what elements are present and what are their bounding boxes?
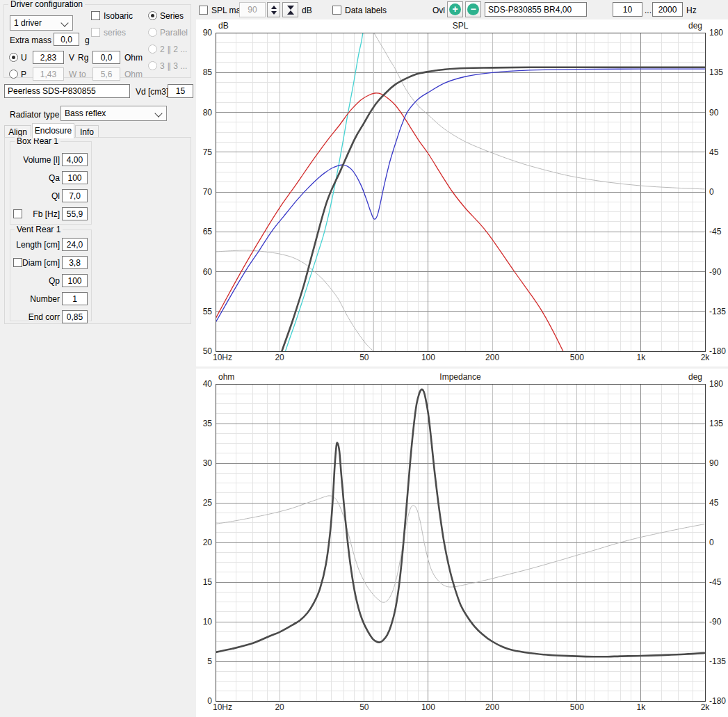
driver-count-select[interactable]: 1 driver <box>10 15 73 31</box>
hz-unit-label: Hz <box>686 6 697 15</box>
vent-number-input[interactable] <box>62 292 88 305</box>
spl-max-input[interactable] <box>239 2 266 17</box>
voltage-mode-radio[interactable] <box>9 53 18 62</box>
rg-unit-label: Ohm <box>124 53 143 63</box>
voltage-input[interactable] <box>33 51 64 64</box>
chevron-down-icon <box>154 109 162 117</box>
voltage-mode-label: U <box>21 53 27 63</box>
isobaric-checkbox[interactable] <box>91 11 100 20</box>
qp-input[interactable] <box>62 274 88 287</box>
driver-count-value: 1 driver <box>14 18 42 28</box>
extra-mass-unit: g <box>85 35 90 45</box>
three-parallel-three-label: 3 ∥ 3 ... <box>160 61 187 71</box>
parallel-radio[interactable] <box>148 28 157 37</box>
qp-label: Qp <box>10 276 60 286</box>
end-corr-label: End corr <box>10 312 60 322</box>
vent-diam-label: Diam [cm] <box>10 258 60 268</box>
parallel-radio-label: Parallel <box>160 28 188 38</box>
two-parallel-two-radio[interactable] <box>148 45 157 54</box>
overlay-name-input[interactable] <box>485 2 587 17</box>
rg-input[interactable] <box>92 51 120 64</box>
spinner-down-icon[interactable] <box>271 11 277 15</box>
vent-rear-title: Vent Rear 1 <box>15 225 63 234</box>
power-mode-label: P <box>21 70 26 79</box>
qa-label: Qa <box>10 173 60 183</box>
spl-max-spinner[interactable] <box>267 2 280 17</box>
ql-label: Ql <box>10 191 60 201</box>
overlay-remove-button[interactable]: − <box>465 1 481 17</box>
vd-input[interactable] <box>168 84 193 98</box>
volume-input[interactable] <box>62 153 88 166</box>
minus-icon: − <box>467 3 479 15</box>
series-checkbox[interactable] <box>91 28 100 37</box>
chevron-down-icon <box>60 19 68 26</box>
two-parallel-two-label: 2 ∥ 2 ... <box>160 45 187 54</box>
volume-label: Volume [l] <box>10 155 60 165</box>
series-checkbox-label: series <box>104 28 126 38</box>
box-rear-group: Box Rear 1 Volume [l] Qa Ql Fb [Hz] <box>10 141 92 225</box>
data-labels-label: Data labels <box>345 6 387 15</box>
vent-rear-group: Vent Rear 1 Length [cm] Diam [cm] Qp Num… <box>10 229 92 321</box>
radiator-type-label: Radiator type <box>10 110 59 120</box>
impedance-chart-panel <box>196 369 728 717</box>
radiator-type-select[interactable]: Bass reflex <box>60 106 167 121</box>
vent-length-input[interactable] <box>62 238 88 251</box>
radiator-type-value: Bass reflex <box>65 108 106 118</box>
ql-input[interactable] <box>62 189 88 202</box>
extra-mass-label: Extra mass <box>10 35 51 45</box>
driver-configuration-group: Driver configuration 1 driver Isobaric S… <box>3 4 191 78</box>
volt-unit-label: V <box>69 53 74 63</box>
fb-label: Fb [Hz] <box>10 209 60 219</box>
end-corr-input[interactable] <box>62 310 88 323</box>
tab-enclosure[interactable]: Enclosure <box>32 123 74 138</box>
vd-label: Vd [cm3] <box>136 87 168 97</box>
series-radio[interactable] <box>148 11 157 20</box>
db-unit-label: dB <box>302 6 312 15</box>
w-to-label: W to <box>69 70 86 79</box>
fit-scale-button[interactable] <box>282 2 298 17</box>
driver-configuration-title: Driver configuration <box>8 0 85 9</box>
power-ohm-unit: Ohm <box>124 70 143 79</box>
plus-icon: + <box>449 3 461 15</box>
overlay-label: Ovl <box>432 6 445 15</box>
vent-number-label: Number <box>10 294 60 304</box>
spl-max-checkbox[interactable] <box>199 6 208 15</box>
freq-from-input[interactable] <box>613 2 642 17</box>
power-mode-radio[interactable] <box>9 70 18 79</box>
data-labels-checkbox[interactable] <box>332 6 341 15</box>
spl-chart-panel <box>196 19 728 366</box>
vent-length-label: Length [cm] <box>10 240 60 250</box>
vent-diam-input[interactable] <box>62 256 88 269</box>
fb-input[interactable] <box>62 207 88 220</box>
extra-mass-input[interactable] <box>54 33 79 46</box>
tab-info[interactable]: Info <box>75 125 99 138</box>
isobaric-label: Isobaric <box>104 11 133 21</box>
three-parallel-three-radio[interactable] <box>148 61 157 70</box>
power-input[interactable] <box>33 67 64 81</box>
freq-to-input[interactable] <box>652 2 683 17</box>
qa-input[interactable] <box>62 171 88 184</box>
rg-label: Rg <box>78 53 88 63</box>
overlay-add-button[interactable]: + <box>447 1 463 17</box>
freq-range-separator: ... <box>645 6 652 15</box>
spinner-up-icon[interactable] <box>271 6 277 9</box>
driver-name-input[interactable] <box>4 84 130 98</box>
fit-scale-icon <box>287 6 294 10</box>
series-radio-label: Series <box>160 11 184 21</box>
power-ohm-input[interactable] <box>92 67 120 81</box>
